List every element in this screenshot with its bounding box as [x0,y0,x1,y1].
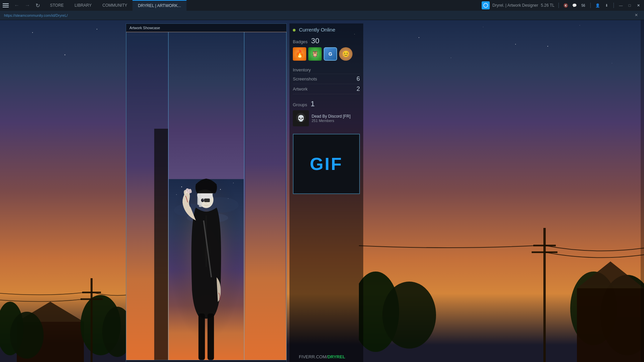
fiverr-text: FIVERR.COM/ [299,354,327,359]
group-name: Dead By Discord [FR] [312,114,360,119]
svg-rect-42 [199,313,205,360]
divider3 [613,3,614,8]
svg-rect-6 [91,278,93,362]
stat-artwork[interactable]: Artwork 2 [293,84,360,94]
group-members: 251 Members [312,119,360,123]
titlebar-right: Dryrel. | Artwork Designer 5.26 TL 🔇 💬 5… [482,1,641,9]
groups-label: Groups [293,102,307,107]
svg-rect-19 [154,129,168,360]
hamburger-menu-icon[interactable] [3,2,9,9]
gif-section[interactable]: GIF [293,134,360,194]
showcase-panel-right[interactable] [244,32,286,360]
artwork-showcase: Artwork Showcase [126,23,287,362]
steam-logo [482,1,490,9]
groups-header: Groups 1 [293,100,360,108]
profile-button[interactable]: 👤 [595,2,601,8]
stat-screenshots[interactable]: Screenshots 6 [293,74,360,84]
user-balance: 5.26 TL [541,3,554,8]
online-indicator [293,29,296,32]
artwork-label[interactable]: Artwork [293,86,354,92]
divider [558,3,559,8]
svg-point-24 [220,189,221,190]
addressbar: https://steamcommunity.com/id/DryreL/ ✕ [0,11,644,20]
group-avatar: 💀 [293,110,309,126]
badge-owl[interactable]: 🦉 [308,47,322,61]
badges-section: Badges 30 🔥 🦉 G 😊 [293,37,360,61]
svg-point-3 [10,312,44,359]
stat-inventory[interactable]: Inventory [293,66,360,74]
nav-arrows: ← → ↻ [12,2,42,9]
tab-community[interactable]: COMMUNITY [97,0,132,11]
inventory-label[interactable]: Inventory [293,67,360,72]
online-status: Currently Online [293,27,360,33]
tab-store[interactable]: STORE [45,0,69,11]
mute-button[interactable]: 🔇 [563,2,569,8]
svg-point-40 [203,199,204,200]
download-button[interactable]: ⬇ [603,2,609,8]
groups-count: 1 [311,100,315,108]
svg-rect-44 [246,32,285,360]
badges-label: Badges [293,39,308,44]
notification-badge[interactable]: 56 [580,2,586,8]
svg-point-22 [181,186,182,187]
back-button[interactable]: ← [12,2,21,9]
showcase-panel-left[interactable] [126,32,168,360]
main-content: Artwork Showcase [0,20,644,362]
fiverr-watermark: FIVERR.COM/DRYREL [299,354,345,359]
svg-rect-7 [82,292,101,293]
svg-rect-37 [204,198,210,202]
svg-text:💀: 💀 [297,115,305,122]
forward-button[interactable]: → [23,2,32,9]
settings-icon[interactable]: ✕ [635,13,640,18]
badges-header: Badges 30 [293,37,360,45]
screenshots-value: 6 [357,75,360,82]
showcase-title: Artwork Showcase [126,24,286,32]
badge-avatar[interactable]: 😊 [339,47,353,61]
svg-point-26 [176,194,177,195]
close-button[interactable]: ✕ [635,2,641,8]
profile-layout: Artwork Showcase [126,23,644,362]
svg-point-39 [202,199,204,202]
maximize-button[interactable]: □ [627,2,633,8]
svg-point-25 [233,183,234,183]
artwork-value: 2 [357,85,360,93]
badges-count: 30 [311,37,319,45]
refresh-button[interactable]: ↻ [34,2,42,9]
badges-row: 🔥 🦉 G 😊 [293,47,360,61]
chat-button[interactable]: 💬 [572,2,578,8]
groups-section: Groups 1 💀 Dead By Discord [FR] 251 Memb… [293,100,360,128]
showcase-panel-center[interactable] [168,32,244,360]
svg-rect-36 [199,202,202,207]
group-item[interactable]: 💀 Dead By Discord [FR] 251 Members [293,108,360,128]
titlebar: ← → ↻ STORE LIBRARY COMMUNITY DRYREL | A… [0,0,644,11]
tab-library[interactable]: LIBRARY [69,0,97,11]
svg-rect-8 [80,298,103,300]
group-info: Dead By Discord [FR] 251 Members [312,114,360,123]
left-trees [0,261,127,362]
scrollbar[interactable] [641,20,644,362]
screenshots-label[interactable]: Screenshots [293,76,354,81]
fiverr-user: DRYREL [327,354,345,359]
url-text[interactable]: https://steamcommunity.com/id/DryreL/ [4,13,68,17]
minimize-button[interactable]: — [618,2,624,8]
tab-profile[interactable]: DRYREL | ARTWORK... [132,0,186,11]
stats-section: Inventory Screenshots 6 Artwork 2 [293,66,360,94]
badge-garrysmod[interactable]: G [324,47,337,61]
svg-rect-43 [208,313,214,360]
user-name: Dryrel. | Artwork Designer [492,3,538,8]
divider2 [590,3,591,8]
gif-label: GIF [310,154,343,174]
right-sidebar: Currently Online Badges 30 🔥 🦉 G 😊 Inv [289,23,363,362]
badge-pillar[interactable]: 🔥 [293,47,306,61]
nav-tabs: STORE LIBRARY COMMUNITY DRYREL | ARTWORK… [45,0,479,11]
showcase-panels [126,32,286,360]
